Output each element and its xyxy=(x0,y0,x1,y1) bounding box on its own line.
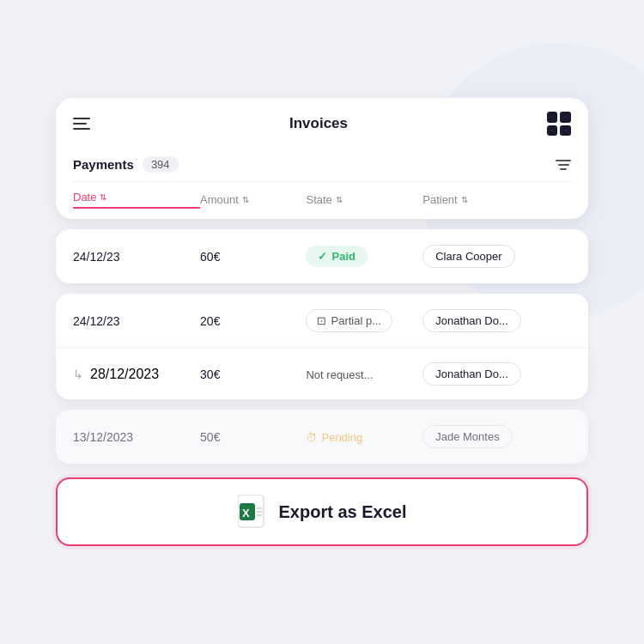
sort-date-icon: ⇅ xyxy=(100,192,106,202)
invoice-row-child[interactable]: ↳ 28/12/2023 30€ Not request... Jonathan… xyxy=(56,348,588,399)
invoice-amount-child: 30€ xyxy=(200,368,306,381)
payments-row: Payments 394 xyxy=(73,148,571,182)
invoice-date-1: 24/12/23 xyxy=(73,250,200,264)
column-state[interactable]: State ⇅ xyxy=(306,193,422,206)
payments-label: Payments xyxy=(73,157,134,172)
invoice-state-1: ✓ Paid xyxy=(306,246,422,267)
patient-pill-3: Jade Montes xyxy=(422,425,512,448)
header-top: Invoices xyxy=(73,112,571,136)
invoice-row-2[interactable]: 24/12/23 20€ ⊡ Partial p... Jonathan Do.… xyxy=(56,294,588,348)
columns-row: Date ⇅ Amount ⇅ State ⇅ Patient ⇅ xyxy=(73,182,571,219)
payments-count-badge: 394 xyxy=(143,156,179,173)
invoice-amount-3: 50€ xyxy=(200,430,306,444)
column-date[interactable]: Date ⇅ xyxy=(73,191,200,209)
clock-icon: ⏱ xyxy=(306,431,317,444)
status-not-requested: Not request... xyxy=(306,368,373,381)
check-icon: ✓ xyxy=(318,250,327,263)
invoice-patient-1: Clara Cooper xyxy=(422,245,571,268)
main-container: Invoices Payments 394 Date ⇅ Amount xyxy=(56,98,588,546)
partial-label: Partial p... xyxy=(331,314,381,327)
col-amount-label: Amount xyxy=(200,193,239,206)
menu-icon[interactable] xyxy=(73,118,90,130)
apps-icon[interactable] xyxy=(547,112,571,136)
sort-amount-icon: ⇅ xyxy=(242,195,249,204)
invoice-date-child-text: 28/12/2023 xyxy=(90,367,159,382)
filter-icon[interactable] xyxy=(556,160,571,170)
invoice-row-3[interactable]: 13/12/2023 50€ ⏱ Pending Jade Montes xyxy=(56,410,588,464)
invoice-row-1[interactable]: 24/12/23 60€ ✓ Paid Clara Cooper xyxy=(56,229,588,283)
export-excel-button[interactable]: X Export as Excel xyxy=(56,477,588,546)
status-partial-badge: ⊡ Partial p... xyxy=(306,309,392,332)
patient-pill-2: Jonathan Do... xyxy=(422,309,521,332)
column-patient[interactable]: Patient ⇅ xyxy=(422,193,571,206)
paid-label: Paid xyxy=(331,250,355,263)
invoice-state-child: Not request... xyxy=(306,368,422,381)
partial-icon: ⊡ xyxy=(317,314,326,327)
col-patient-label: Patient xyxy=(422,193,457,206)
status-pending-badge: ⏱ Pending xyxy=(306,431,362,444)
page-title: Invoices xyxy=(289,115,348,132)
invoice-state-3: ⏱ Pending xyxy=(306,430,422,444)
column-amount[interactable]: Amount ⇅ xyxy=(200,193,306,206)
payments-left: Payments 394 xyxy=(73,156,179,173)
invoice-patient-2: Jonathan Do... xyxy=(422,309,571,332)
sort-state-icon: ⇅ xyxy=(336,195,343,204)
pending-label: Pending xyxy=(321,431,362,444)
invoice-date-3: 13/12/2023 xyxy=(73,430,200,444)
invoice-amount-1: 60€ xyxy=(200,250,306,264)
status-paid-badge: ✓ Paid xyxy=(306,246,367,267)
invoice-amount-2: 20€ xyxy=(200,314,306,328)
patient-pill-1: Clara Cooper xyxy=(422,245,514,268)
child-arrow-icon: ↳ xyxy=(73,368,83,381)
svg-text:X: X xyxy=(242,507,250,519)
excel-icon: X xyxy=(238,495,267,529)
patient-pill-child: Jonathan Do... xyxy=(422,362,521,386)
invoice-patient-child: Jonathan Do... xyxy=(422,362,571,386)
invoice-date-child: ↳ 28/12/2023 xyxy=(73,367,200,382)
sort-patient-icon: ⇅ xyxy=(461,195,468,204)
col-date-label: Date xyxy=(73,191,96,204)
invoice-patient-3: Jade Montes xyxy=(422,425,571,448)
export-label: Export as Excel xyxy=(279,502,407,522)
invoice-date-2: 24/12/23 xyxy=(73,314,200,328)
col-state-label: State xyxy=(306,193,331,206)
header-card: Invoices Payments 394 Date ⇅ Amount xyxy=(56,98,588,219)
invoice-state-2: ⊡ Partial p... xyxy=(306,309,422,332)
